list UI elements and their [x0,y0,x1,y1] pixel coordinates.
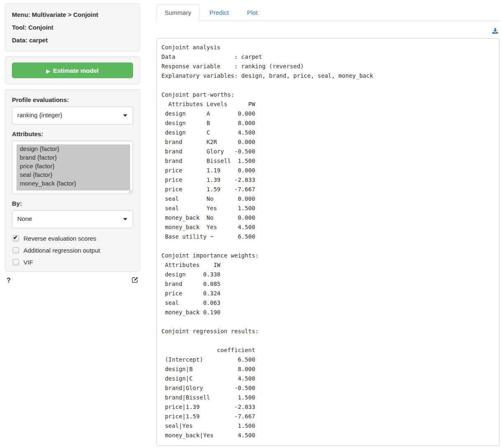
main-panel: Summary Predict Plot Conjoint analysis D… [156,0,500,446]
toolbar [156,21,500,38]
edit-report-icon[interactable] [131,276,138,285]
attributes-option-design[interactable]: design {factor} [16,144,130,153]
download-button[interactable] [492,28,499,36]
checkbox-vif[interactable]: VIF [13,259,133,266]
chevron-down-icon [123,114,127,117]
checkbox-unchecked-icon [13,247,19,253]
sidebar: Menu: Multivariate > Conjoint Tool: Conj… [5,3,140,285]
checkmark-icon: ✔ [13,234,18,241]
radiant-conjoint-app: Menu: Multivariate > Conjoint Tool: Conj… [0,0,502,446]
checkbox-reverse-evaluation-scores[interactable]: ✔ Reverse evaluation scores [13,235,133,242]
context-panel: Menu: Multivariate > Conjoint Tool: Conj… [5,3,140,51]
attributes-option-brand[interactable]: brand {factor} [16,153,130,162]
profile-evaluations-label: Profile evaluations: [12,96,133,103]
tab-predict[interactable]: Predict [201,4,237,21]
tab-bar: Summary Predict Plot [156,0,500,21]
sidebar-footer: ? [5,276,140,285]
summary-output: Conjoint analysis Data : carpet Response… [156,38,500,446]
checkbox-label: Additional regression output [23,247,100,254]
profile-evaluations-value: ranking {integer} [17,111,62,118]
tab-plot[interactable]: Plot [239,4,266,21]
attributes-option-seal[interactable]: seal {factor} [16,170,130,179]
profile-evaluations-select[interactable]: ranking {integer} [12,107,133,125]
attributes-option-money-back[interactable]: money_back {factor} [16,179,130,188]
checkbox-unchecked-icon [13,259,19,265]
attributes-option-price[interactable]: price {factor} [16,162,130,170]
estimate-panel: ▶Estimate model [5,56,140,84]
resize-handle-icon[interactable] [128,189,132,193]
tab-summary[interactable]: Summary [156,4,199,21]
by-select[interactable]: None [12,210,133,228]
options-panel: Profile evaluations: ranking {integer} A… [5,89,140,272]
by-value: None [17,215,32,222]
tool-name: Tool: Conjoint [12,24,133,31]
checkbox-label: Reverse evaluation scores [23,235,96,242]
by-label: By: [12,200,133,207]
dataset-name: Data: carpet [12,37,133,44]
estimate-model-button[interactable]: ▶Estimate model [12,63,133,78]
help-button[interactable]: ? [7,277,11,284]
attributes-label: Attributes: [12,130,133,137]
checkbox-checked-icon: ✔ [13,235,19,241]
play-icon: ▶ [46,68,50,74]
attributes-selection: design {factor} brand {factor} price {fa… [16,144,130,190]
chevron-down-icon [123,218,127,221]
estimate-model-label: Estimate model [53,67,99,74]
checkbox-additional-regression-output[interactable]: Additional regression output [13,247,133,254]
checkbox-label: VIF [23,259,33,266]
attributes-listbox[interactable]: design {factor} brand {factor} price {fa… [12,141,133,194]
menu-path: Menu: Multivariate > Conjoint [12,11,133,18]
